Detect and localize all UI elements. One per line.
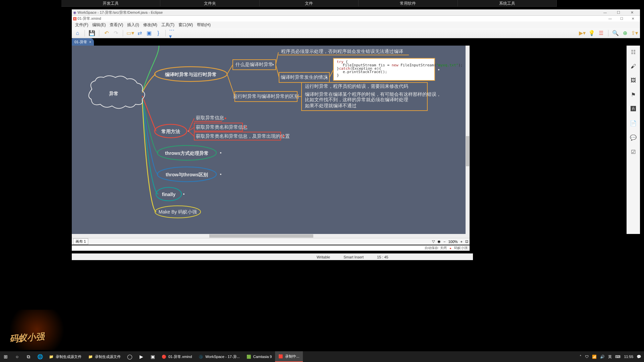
horizontal-scrollbar[interactable] bbox=[72, 234, 470, 238]
present-icon[interactable]: ▶▾ bbox=[579, 29, 586, 37]
undo-icon[interactable]: ↶ bbox=[103, 29, 110, 37]
cortana-icon[interactable]: ○ bbox=[11, 354, 23, 359]
sheet-tab[interactable]: 画布 1 bbox=[73, 238, 88, 245]
menu-insert[interactable]: 插入(I) bbox=[125, 21, 141, 28]
filter-icon[interactable]: ▽ bbox=[432, 239, 435, 244]
task-item[interactable]: 📁录制生成源文件 bbox=[46, 351, 85, 362]
chrome-icon[interactable]: 🌐 bbox=[34, 354, 46, 359]
eclipse-title-bar: ◉ WorkSpace - 17-异常/src/异常/Demo4.java - … bbox=[72, 9, 640, 15]
svg-point-19 bbox=[283, 135, 285, 137]
task-view-icon[interactable]: ⧉ bbox=[23, 354, 34, 360]
zoom-out-icon[interactable]: − bbox=[443, 240, 445, 244]
desktop-tab[interactable]: 文件 bbox=[260, 0, 359, 6]
tab-strip: 01-异常 × bbox=[72, 38, 94, 46]
autosave-author: 码蚁小强 bbox=[454, 246, 468, 250]
gantt-icon[interactable]: ☰ bbox=[597, 29, 605, 37]
comment-icon[interactable]: 💬 bbox=[630, 134, 637, 141]
node-diff-3: 比如文件找不到，这样的异常就必须在编译时处理 bbox=[305, 97, 408, 102]
redo-icon[interactable]: ↷ bbox=[112, 29, 119, 37]
tray-network-icon[interactable]: 📶 bbox=[592, 355, 597, 359]
app-icon[interactable]: ▶ bbox=[136, 354, 147, 359]
svg-point-8 bbox=[438, 69, 439, 70]
svg-point-21 bbox=[220, 152, 221, 154]
task-item[interactable]: 📁录制生成源文件 bbox=[85, 351, 124, 362]
tray-shield-icon[interactable]: 🛡 bbox=[585, 355, 589, 359]
status-insert: Smart Insert bbox=[343, 255, 364, 259]
task-icon[interactable]: ☑ bbox=[631, 149, 636, 155]
share-icon[interactable]: ⊕ bbox=[621, 29, 629, 37]
document-tab[interactable]: 01-异常 × bbox=[72, 38, 94, 46]
node-diff-4: 如果不处理就编译不通过 bbox=[305, 103, 357, 108]
right-panel-icons: ☷ 🖌 🖼 ⚑ 🅰 📄 💬 ☑ bbox=[627, 46, 640, 234]
system-tray[interactable]: ˄ 🛡 📶 🔊 英 ⌨ 11:55 💬 bbox=[580, 354, 644, 359]
export-icon[interactable]: ⇪▾ bbox=[631, 29, 638, 37]
node-desc: 程序员必须显示处理，否则程序就会发生错误无法通过编译 bbox=[281, 49, 403, 54]
app-icon[interactable]: ▣ bbox=[147, 354, 158, 359]
svg-line-6 bbox=[329, 70, 333, 77]
image-icon[interactable]: 🖼 bbox=[631, 77, 636, 83]
save-icon[interactable]: 💾 bbox=[88, 29, 96, 37]
browser-icon[interactable]: ◯ bbox=[124, 354, 136, 359]
task-item-xmind[interactable]: 🔴01-异常.xmind bbox=[158, 351, 195, 362]
tab-label: 01-异常 bbox=[74, 40, 87, 45]
eclipse-status-bar: Writable Smart Insert 15 : 45 bbox=[72, 253, 473, 260]
menu-file[interactable]: 文件(F) bbox=[73, 21, 90, 28]
node-when-compile: 编译时异常发生的情况 bbox=[281, 74, 328, 80]
tray-ime[interactable]: 英 bbox=[608, 354, 612, 359]
autosave-status: 自动保存: 关闭 bbox=[425, 246, 447, 250]
svg-point-15 bbox=[225, 118, 226, 119]
boundary-icon[interactable]: ▣ bbox=[145, 29, 153, 37]
svg-point-17 bbox=[245, 126, 247, 128]
desktop-tab[interactable]: 常用软件 bbox=[359, 0, 458, 6]
tray-clock[interactable]: 11:55 bbox=[624, 355, 633, 359]
desktop-tab[interactable]: 文件夹 bbox=[160, 0, 259, 6]
menu-view[interactable]: 查看(V) bbox=[108, 21, 125, 28]
tray-notifications-icon[interactable]: 💬 bbox=[637, 355, 641, 359]
status-pos: 15 : 45 bbox=[377, 255, 388, 259]
style-icon[interactable]: 🖌 bbox=[631, 63, 636, 69]
label-icon[interactable]: 🅰 bbox=[631, 106, 636, 112]
tray-volume-icon[interactable]: 🔊 bbox=[600, 355, 605, 359]
autosave-bar: 自动保存: 关闭 ● 码蚁小强 bbox=[72, 245, 470, 251]
maximize-button[interactable]: ☐ bbox=[616, 17, 627, 20]
vertical-scrollbar[interactable] bbox=[466, 46, 470, 234]
structure-icon[interactable]: ☷ bbox=[631, 49, 636, 55]
summary-icon[interactable]: } bbox=[155, 29, 162, 37]
desktop-tab[interactable]: 系统工具 bbox=[458, 0, 557, 6]
tab-close-icon[interactable]: × bbox=[89, 40, 91, 44]
overview-icon[interactable]: ◉ bbox=[437, 239, 441, 244]
marker-icon[interactable]: ⚑ bbox=[631, 92, 636, 98]
task-item-recording[interactable]: 🟥录制中... bbox=[275, 351, 303, 362]
menu-window[interactable]: 窗口(W) bbox=[176, 21, 195, 28]
relation-icon[interactable]: ⇄ bbox=[136, 29, 143, 37]
tray-chevron-icon[interactable]: ˄ bbox=[580, 355, 582, 359]
menu-modify[interactable]: 修改(M) bbox=[141, 21, 159, 28]
start-button[interactable]: ⊞ bbox=[0, 354, 11, 359]
tray-keyboard-icon[interactable]: ⌨ bbox=[615, 355, 621, 359]
more-icon[interactable]: ⋯▾ bbox=[169, 29, 176, 37]
node-author: Make By 码蚁小强 bbox=[159, 209, 197, 215]
minimize-button[interactable]: — bbox=[604, 17, 616, 20]
zoom-in-icon[interactable]: + bbox=[461, 240, 463, 244]
canvas-footer: 画布 1 ▽ ◉ − 100% + ⊡ bbox=[72, 238, 470, 245]
mindmap-canvas[interactable]: 异常 编译时异常与运行时异常 什么是编译时异常 程序员必须显示处理，否则程序就会… bbox=[72, 46, 470, 234]
menu-help[interactable]: 帮助(H) bbox=[195, 21, 213, 28]
close-button[interactable]: ✕ bbox=[625, 10, 639, 15]
search-icon[interactable]: 🔍 bbox=[612, 29, 619, 37]
home-icon[interactable]: ⌂ bbox=[74, 29, 81, 37]
task-item-eclipse[interactable]: 🌑WorkSpace - 17-异... bbox=[195, 351, 243, 362]
node-methods: 常用方法 bbox=[161, 129, 180, 134]
notes-icon[interactable]: 📄 bbox=[630, 120, 637, 126]
menu-edit[interactable]: 编辑(E) bbox=[90, 21, 108, 28]
root-node: 异常 bbox=[109, 91, 118, 96]
task-item-camtasia[interactable]: 🟩Camtasia 9 bbox=[243, 351, 275, 362]
minimize-button[interactable]: — bbox=[598, 11, 612, 14]
desktop-tab[interactable]: 开发工具 bbox=[61, 0, 160, 6]
idea-icon[interactable]: 💡 bbox=[588, 29, 595, 37]
eclipse-icon: ◉ bbox=[73, 10, 76, 15]
close-button[interactable]: ✕ bbox=[627, 17, 639, 20]
fit-icon[interactable]: ⊡ bbox=[465, 239, 468, 244]
maximize-button[interactable]: ☐ bbox=[612, 10, 625, 15]
new-sheet-icon[interactable]: ▭▾ bbox=[126, 29, 134, 37]
desktop-tabs: 开发工具 文件夹 文件 常用软件 系统工具 bbox=[61, 0, 557, 7]
